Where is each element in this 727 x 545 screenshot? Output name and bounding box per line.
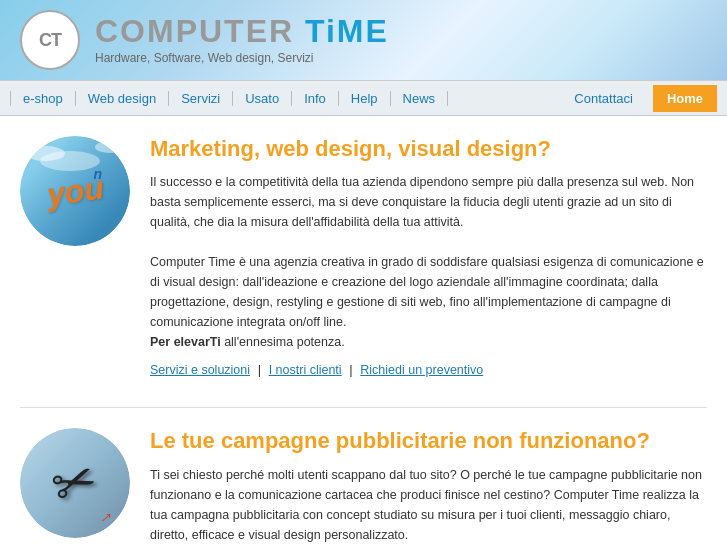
logo-time: TiME (305, 13, 389, 49)
thumb-scissors-image: ✂ → (20, 428, 130, 538)
nav-contattaci[interactable]: Contattaci (562, 91, 645, 106)
header: CT COMPUTER TiME Hardware, Software, Web… (0, 0, 727, 80)
section1-body1: Il successo e la competitività della tua… (150, 172, 707, 352)
section-campagne: ✂ → Le tue campagne pubblicitarie non fu… (20, 428, 707, 545)
section1-title: Marketing, web design, visual design? (150, 136, 707, 162)
thumb-you-image: you n (20, 136, 130, 246)
nav-news[interactable]: News (391, 91, 449, 106)
nav-help[interactable]: Help (339, 91, 391, 106)
section1-thumbnail: you n (20, 136, 130, 246)
scissors-symbol: ✂ (44, 448, 106, 519)
logo-computer: COMPUTER (95, 13, 294, 49)
section1-links: Servizi e soluzioni | I nostri clienti |… (150, 362, 707, 377)
section1-emphasis: Per elevarTi (150, 335, 221, 349)
link-servizi-soluzioni[interactable]: Servizi e soluzioni (150, 363, 250, 377)
logo-initials: CT (39, 30, 61, 51)
main-content: you n Marketing, web design, visual desi… (0, 116, 727, 545)
nav-webdesign[interactable]: Web design (76, 91, 169, 106)
logo-text: COMPUTER TiME Hardware, Software, Web de… (95, 15, 389, 65)
arrow-symbol: → (92, 504, 119, 532)
section2-title: Le tue campagne pubblicitarie non funzio… (150, 428, 707, 454)
section2-body: Ti sei chiesto perché molti utenti scapp… (150, 465, 707, 545)
section-divider (20, 407, 707, 408)
nav-home[interactable]: Home (653, 85, 717, 112)
section1-text: Marketing, web design, visual design? Il… (150, 136, 707, 377)
nav-items: e-shop Web design Servizi Usato Info Hel… (10, 91, 448, 106)
nav-eshop[interactable]: e-shop (10, 91, 76, 106)
logo-subtitle: Hardware, Software, Web design, Servizi (95, 51, 389, 65)
link-nostri-clienti[interactable]: I nostri clienti (269, 363, 342, 377)
logo-title: COMPUTER TiME (95, 15, 389, 47)
logo-circle: CT (20, 10, 80, 70)
section2-thumbnail: ✂ → (20, 428, 130, 538)
link-preventivo[interactable]: Richiedi un preventivo (360, 363, 483, 377)
nav-usato[interactable]: Usato (233, 91, 292, 106)
navigation: e-shop Web design Servizi Usato Info Hel… (0, 80, 727, 116)
nav-servizi[interactable]: Servizi (169, 91, 233, 106)
section2-text: Le tue campagne pubblicitarie non funzio… (150, 428, 707, 545)
nav-info[interactable]: Info (292, 91, 339, 106)
section-marketing: you n Marketing, web design, visual desi… (20, 136, 707, 377)
you-superscript: n (93, 166, 102, 182)
